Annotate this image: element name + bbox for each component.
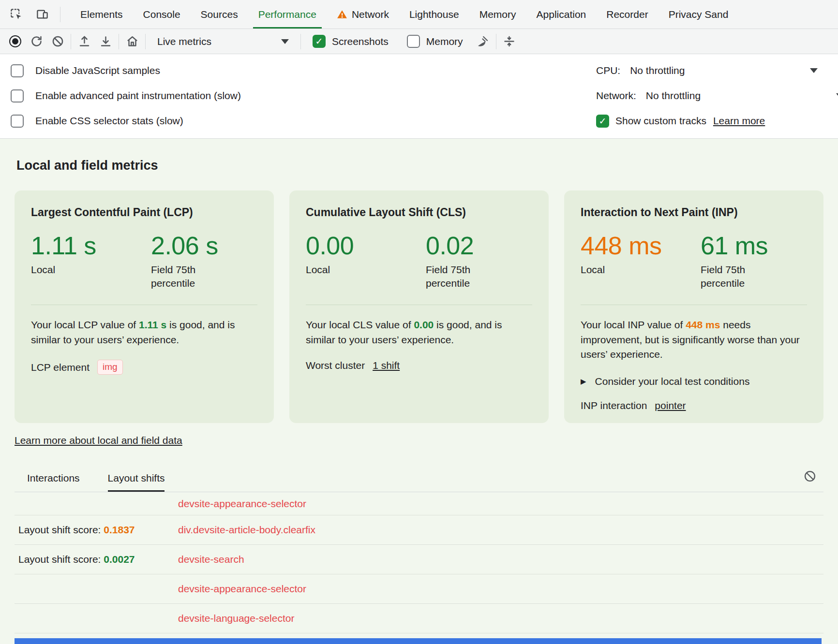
inp-local-label: Local <box>581 263 701 277</box>
css-selector-stats-checkbox[interactable] <box>11 115 24 128</box>
tab-memory[interactable]: Memory <box>469 0 526 29</box>
inp-field-value-block: 61 ms Field 75th percentile <box>701 233 778 290</box>
inp-description: Your local INP value of 448 ms needs imp… <box>581 318 807 362</box>
worst-cluster-link[interactable]: 1 shift <box>373 360 400 371</box>
page-title: Local and field metrics <box>16 158 823 173</box>
collapse-section-icon[interactable] <box>501 33 518 50</box>
check-icon: ✓ <box>315 37 323 46</box>
memory-label: Memory <box>426 36 463 47</box>
checkbox-checked[interactable]: ✓ <box>596 115 609 128</box>
record-icon <box>9 35 21 47</box>
node-link[interactable]: devsite-search <box>178 554 244 565</box>
score-cell: Layout shift score: 0.0027 <box>18 554 178 565</box>
layout-shift-row: Layout shift score: 0.0027 devsite-searc… <box>15 545 823 574</box>
divider <box>145 34 146 49</box>
show-custom-tracks-label: Show custom tracks <box>615 115 706 127</box>
tab-privacy-sandbox[interactable]: Privacy Sand <box>658 0 739 29</box>
log-tab-bar: Interactions Layout shifts <box>15 472 823 492</box>
tab-network[interactable]: Network <box>327 0 399 29</box>
cpu-label: CPU: <box>596 65 620 76</box>
cpu-throttling-row: CPU: No throttling <box>596 58 826 83</box>
home-icon[interactable] <box>124 33 140 50</box>
inspect-element-icon[interactable] <box>8 6 24 23</box>
tab-console[interactable]: Console <box>133 0 191 29</box>
chevron-down-icon[interactable] <box>810 68 818 73</box>
tab-label: Lighthouse <box>409 9 459 20</box>
checkbox-checked[interactable]: ✓ <box>313 35 326 48</box>
show-custom-tracks-checkbox[interactable]: ✓ Show custom tracks <box>596 115 706 128</box>
tab-label: Privacy Sand <box>669 9 729 20</box>
inp-card: Interaction to Next Paint (INP) 448 ms L… <box>564 190 823 423</box>
screenshots-label: Screenshots <box>332 36 389 47</box>
cls-field-value-block: 0.02 Field 75th percentile <box>426 233 503 290</box>
checkbox-unchecked[interactable] <box>407 35 420 48</box>
lcp-field-value-block: 2.06 s Field 75th percentile <box>151 233 228 290</box>
inp-values: 448 ms Local 61 ms Field 75th percentile <box>581 233 807 290</box>
live-metrics-dropdown[interactable]: Live metrics <box>150 36 296 47</box>
advanced-paint-label: Enable advanced paint instrumentation (s… <box>35 90 241 102</box>
local-test-conditions-label: Consider your local test conditions <box>595 376 750 387</box>
lcp-local-label: Local <box>31 263 151 277</box>
desc-text: Your local INP value of <box>581 319 686 330</box>
lcp-element-node-link[interactable]: img <box>97 360 123 375</box>
desc-text: Your local CLS value of <box>306 319 414 330</box>
tab-label: Elements <box>80 9 123 20</box>
cls-local-label: Local <box>306 263 426 277</box>
tab-elements[interactable]: Elements <box>70 0 133 29</box>
triangle-right-icon: ▶ <box>581 377 586 386</box>
cls-description: Your local CLS value of 0.00 is good, an… <box>306 318 532 347</box>
setting-row: Enable advanced paint instrumentation (s… <box>11 83 596 108</box>
divider <box>581 305 807 305</box>
divider <box>300 34 301 49</box>
screenshots-checkbox[interactable]: ✓ Screenshots <box>313 35 389 48</box>
divider <box>60 7 60 22</box>
setting-row: Enable CSS selector stats (slow) <box>11 108 596 133</box>
learn-more-link[interactable]: Learn more <box>713 115 765 127</box>
inp-field-label: Field 75th percentile <box>701 263 778 291</box>
node-link[interactable]: devsite-appearance-selector <box>178 498 306 510</box>
tab-application[interactable]: Application <box>526 0 597 29</box>
cls-field-value: 0.02 <box>426 233 503 259</box>
advanced-paint-checkbox[interactable] <box>11 89 24 102</box>
divider <box>71 34 71 49</box>
clear-log-icon[interactable] <box>803 469 817 484</box>
chevron-down-icon[interactable] <box>836 93 838 98</box>
download-profile-icon[interactable] <box>97 33 114 50</box>
tab-sources[interactable]: Sources <box>191 0 248 29</box>
tab-recorder[interactable]: Recorder <box>596 0 658 29</box>
lcp-card: Largest Contentful Paint (LCP) 1.11 s Lo… <box>15 190 274 423</box>
upload-profile-icon[interactable] <box>76 33 92 50</box>
settings-strip: Disable JavaScript samples Enable advanc… <box>0 54 838 139</box>
cpu-throttling-select[interactable]: No throttling <box>630 65 685 76</box>
filmstrip-scrollbar[interactable] <box>15 638 822 644</box>
lcp-values: 1.11 s Local 2.06 s Field 75th percentil… <box>31 233 257 290</box>
reload-and-record-button[interactable] <box>28 33 45 50</box>
score-value: 0.0027 <box>104 554 135 565</box>
divider <box>31 305 257 305</box>
lcp-description: Your local LCP value of 1.11 s is good, … <box>31 318 257 347</box>
divider <box>306 305 532 305</box>
warning-icon <box>337 9 347 20</box>
tab-performance[interactable]: Performance <box>248 0 327 29</box>
device-toolbar-icon[interactable] <box>34 6 50 23</box>
node-link[interactable]: div.devsite-article-body.clearfix <box>178 524 315 536</box>
collect-garbage-icon[interactable] <box>475 33 491 50</box>
cls-local-value-block: 0.00 Local <box>306 233 426 290</box>
node-link[interactable]: devsite-appearance-selector <box>178 583 306 595</box>
setting-row: Disable JavaScript samples <box>11 58 596 83</box>
tab-lighthouse[interactable]: Lighthouse <box>399 0 469 29</box>
tab-interactions[interactable]: Interactions <box>27 472 80 492</box>
tab-layout-shifts[interactable]: Layout shifts <box>108 472 165 492</box>
local-test-conditions-expander[interactable]: ▶ Consider your local test conditions <box>581 376 807 387</box>
inp-interaction-link[interactable]: pointer <box>655 400 686 411</box>
score-label: Layout shift score: <box>18 524 104 535</box>
disable-js-samples-checkbox[interactable] <box>11 64 24 77</box>
clear-button[interactable] <box>49 33 66 50</box>
layout-shift-row: devsite-language-selector <box>15 604 823 633</box>
learn-more-local-field-link[interactable]: Learn more about local and field data <box>15 435 182 446</box>
node-link[interactable]: devsite-language-selector <box>178 613 294 624</box>
record-button[interactable] <box>7 33 23 50</box>
network-throttling-select[interactable]: No throttling <box>646 90 701 102</box>
memory-checkbox[interactable]: Memory <box>407 35 463 48</box>
disable-js-samples-label: Disable JavaScript samples <box>35 65 160 76</box>
